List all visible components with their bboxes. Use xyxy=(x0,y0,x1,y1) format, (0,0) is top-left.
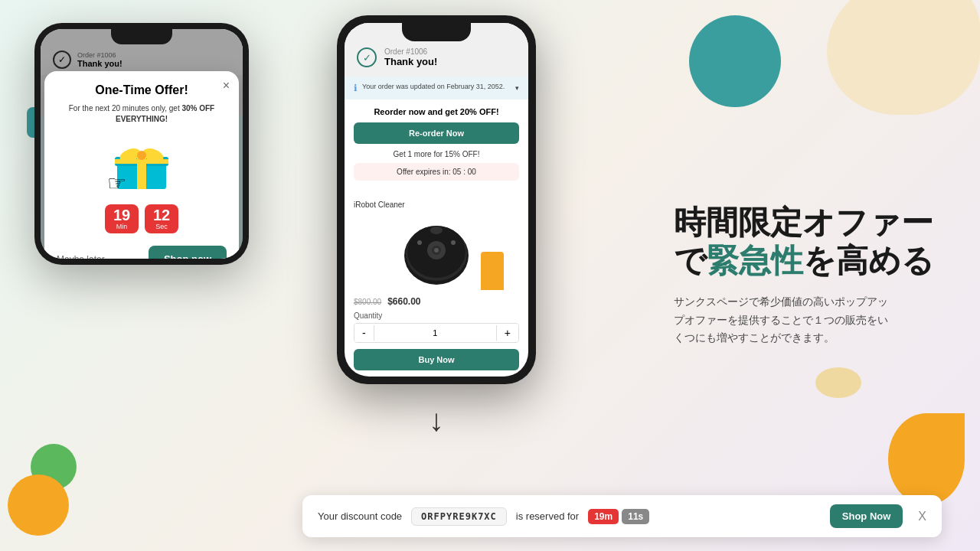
reorder-title: Reorder now and get 20% OFF! xyxy=(354,107,519,116)
timer-minutes-block: 19 Min xyxy=(105,204,139,233)
price-section: $800.00 $660.00 xyxy=(354,296,519,307)
popup-modal: × One-Time Offer! For the next 20 minute… xyxy=(44,71,239,259)
bg-orange-leaf xyxy=(888,413,965,505)
close-bar-button[interactable]: X xyxy=(918,510,926,523)
discount-bar: Your discount code ORFPYRE9K7XC is reser… xyxy=(302,495,942,537)
close-icon[interactable]: × xyxy=(223,79,230,93)
maybe-later-button[interactable]: Maybe later xyxy=(57,254,105,259)
popup-subtitle: For the next 20 minutes only, get 30% OF… xyxy=(57,103,227,125)
qty-plus-button[interactable]: + xyxy=(497,324,518,342)
info-icon: ℹ xyxy=(354,83,358,93)
shop-now-button[interactable]: Shop now xyxy=(149,246,227,259)
svg-point-15 xyxy=(430,227,443,234)
heading-line2: で緊急性を高める xyxy=(674,242,957,280)
shop-now-bar-button[interactable]: Shop Now xyxy=(830,504,903,528)
product-image-container xyxy=(354,214,519,290)
svg-point-6 xyxy=(137,151,146,160)
center-phone-notch xyxy=(402,23,471,41)
bg-teal-circle xyxy=(689,15,781,107)
discount-timer: 19m 11s xyxy=(588,509,649,524)
product-label: iRobot Cleaner xyxy=(354,201,519,209)
popup-buttons: Maybe later Shop now xyxy=(57,246,227,259)
heading-line1: 時間限定オファー xyxy=(674,204,957,242)
offer-expires-bar: Offer expires in: 05 : 00 xyxy=(354,163,519,181)
discount-timer-minutes: 19m xyxy=(588,509,619,524)
timer-container: 19 Min 12 Sec xyxy=(57,204,227,233)
center-order-info: Order #1006 Thank you! xyxy=(384,47,437,67)
bg-orange-circle xyxy=(8,474,69,536)
info-text: Your order was updated on February 31, 2… xyxy=(362,83,505,90)
center-phone-frame: ✓ Order #1006 Thank you! ℹ Your order wa… xyxy=(337,15,536,384)
bg-cream-oval xyxy=(815,367,861,398)
get-more-text: Get 1 more for 15% OFF! xyxy=(354,150,519,158)
cursor-hand-icon: ☞ xyxy=(107,171,126,196)
expand-icon: ▾ xyxy=(515,84,519,92)
left-phone-screen: ✓ Order #1006 Thank you! × One-Time Offe… xyxy=(41,29,243,259)
info-banner: ℹ Your order was updated on February 31,… xyxy=(345,77,528,99)
left-phone-notch xyxy=(111,29,172,44)
discount-bar-text2: is reserved for xyxy=(516,510,579,522)
arrow-down-icon: ↓ xyxy=(429,403,444,438)
bg-cream-shape xyxy=(827,0,980,115)
qty-minus-button[interactable]: - xyxy=(354,324,374,342)
main-heading: 時間限定オファー で緊急性を高める xyxy=(674,204,957,281)
left-phone-frame: ✓ Order #1006 Thank you! × One-Time Offe… xyxy=(34,23,249,265)
right-text-section: 時間限定オファー で緊急性を高める サンクスページで希少価値の高いポップアッ プ… xyxy=(674,204,957,347)
center-order-number: Order #1006 xyxy=(384,47,437,56)
reorder-section: Reorder now and get 20% OFF! Re-order No… xyxy=(345,99,528,194)
product-section: iRobot Cleaner xyxy=(345,194,528,377)
bg-green-circle xyxy=(31,444,77,490)
buy-now-button[interactable]: Buy Now xyxy=(354,349,519,370)
timer-seconds-block: 12 Sec xyxy=(145,204,178,233)
description-text: サンクスページで希少価値の高いポップアッ プオファーを提供することで１つの販売を… xyxy=(674,293,957,347)
svg-point-14 xyxy=(417,240,422,245)
product-badge xyxy=(481,252,504,290)
price-new: $660.00 xyxy=(387,296,420,307)
center-thank-you: Thank you! xyxy=(384,56,437,67)
timer-seconds: 12 xyxy=(146,207,177,223)
reorder-button[interactable]: Re-order Now xyxy=(354,122,519,144)
quantity-control: - 1 + xyxy=(354,323,519,343)
discount-timer-seconds: 11s xyxy=(622,509,649,524)
timer-minutes: 19 xyxy=(106,207,137,223)
quantity-label: Quantity xyxy=(354,311,519,320)
timer-min-label: Min xyxy=(106,223,137,230)
gift-image xyxy=(57,134,227,195)
left-phone-container: ✓ Order #1006 Thank you! × One-Time Offe… xyxy=(34,23,249,265)
quantity-section: Quantity - 1 + xyxy=(354,311,519,343)
discount-code: ORFPYRE9K7XC xyxy=(411,507,507,526)
price-old: $800.00 xyxy=(354,298,381,306)
discount-bar-text1: Your discount code xyxy=(318,510,402,522)
svg-point-12 xyxy=(434,248,439,253)
popup-title: One-Time Offer! xyxy=(57,83,227,97)
qty-value: 1 xyxy=(374,325,497,341)
timer-sec-label: Sec xyxy=(146,223,177,230)
robot-vacuum-icon xyxy=(398,214,475,290)
check-icon-green: ✓ xyxy=(357,47,377,67)
center-phone-screen: ✓ Order #1006 Thank you! ℹ Your order wa… xyxy=(345,23,528,377)
svg-point-13 xyxy=(451,240,456,245)
center-phone-container: ✓ Order #1006 Thank you! ℹ Your order wa… xyxy=(337,15,536,384)
